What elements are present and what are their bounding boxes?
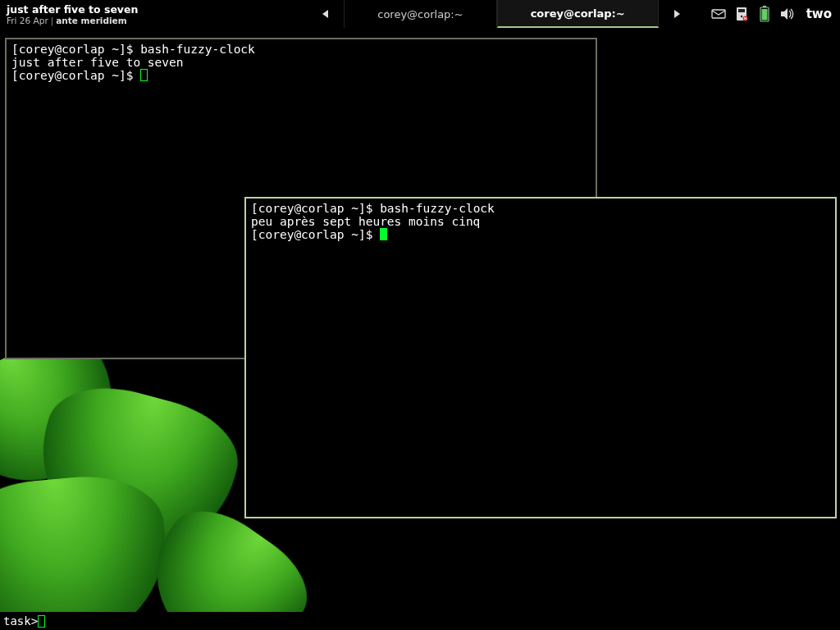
clock-ampm: ante meridiem [56, 16, 126, 25]
task-next-button[interactable] [659, 0, 695, 28]
cursor-hollow-icon [38, 615, 45, 628]
tasklist: corey@corlap:~ corey@corlap:~ [344, 0, 658, 28]
cursor-filled-icon [380, 228, 387, 240]
svg-marker-10 [781, 8, 788, 20]
command-text: bash-fuzzy-clock [380, 202, 495, 215]
prompt: [corey@corlap ~]$ [251, 202, 380, 215]
battery-icon[interactable] [757, 7, 772, 21]
triangle-right-icon [672, 9, 682, 19]
prompt: [corey@corlap ~]$ [11, 43, 140, 56]
task-title: corey@corlap:~ [377, 8, 463, 21]
svg-marker-1 [674, 10, 680, 18]
fuzzy-clock-widget[interactable]: just after five to seven Fri 26 Apr|ante… [0, 0, 144, 28]
task-prev-button[interactable] [308, 0, 344, 28]
task-item[interactable]: corey@corlap:~ [344, 0, 496, 28]
svg-marker-0 [322, 10, 328, 18]
svg-rect-2 [712, 10, 725, 18]
output-line: peu après sept heures moins cinq [251, 215, 480, 228]
disk-icon[interactable] [734, 7, 749, 21]
bottom-prompt-bar[interactable]: task> [0, 612, 840, 630]
task-title: corey@corlap:~ [531, 7, 625, 20]
task-item-active[interactable]: corey@corlap:~ [497, 0, 659, 28]
svg-rect-9 [761, 9, 767, 21]
prompt: [corey@corlap ~]$ [11, 69, 140, 82]
top-panel: just after five to seven Fri 26 Apr|ante… [0, 0, 840, 28]
bottom-prompt-label: task> [3, 614, 38, 628]
clock-date: Fri 26 Apr [7, 16, 48, 25]
terminal-output[interactable]: [corey@corlap ~]$ bash-fuzzy-clock just … [7, 39, 596, 86]
clock-line-date: Fri 26 Apr|ante meridiem [7, 16, 138, 25]
mail-icon[interactable] [711, 7, 726, 21]
output-line: just after five to seven [11, 56, 184, 69]
cursor-hollow-icon [140, 69, 148, 81]
workspace-label[interactable]: two [806, 7, 832, 21]
svg-point-5 [740, 16, 742, 17]
prompt: [corey@corlap ~]$ [251, 228, 380, 241]
system-tray: two [695, 0, 840, 28]
volume-icon[interactable] [780, 7, 795, 21]
clock-line-time: just after five to seven [7, 4, 138, 16]
triangle-left-icon [321, 9, 331, 19]
svg-rect-4 [738, 9, 745, 12]
terminal-output[interactable]: [corey@corlap ~]$ bash-fuzzy-clock peu a… [246, 199, 835, 245]
command-text: bash-fuzzy-clock [140, 43, 255, 56]
terminal-window-active[interactable]: [corey@corlap ~]$ bash-fuzzy-clock peu a… [244, 197, 837, 518]
